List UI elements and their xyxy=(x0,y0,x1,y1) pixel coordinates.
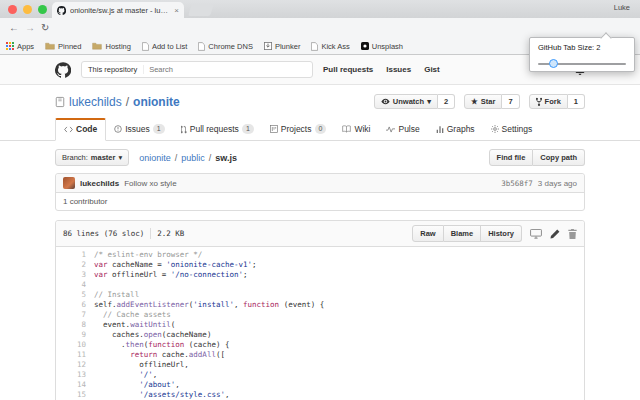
tab-count-badge: 1 xyxy=(242,124,254,134)
tab-size-slider[interactable] xyxy=(538,59,626,68)
close-window-button[interactable] xyxy=(8,5,17,14)
fork-button[interactable]: Fork xyxy=(529,94,568,109)
breadcrumb-public[interactable]: public xyxy=(181,153,205,163)
refresh-icon[interactable]: ↻ xyxy=(41,21,49,35)
copy-path-button[interactable]: Copy path xyxy=(533,149,585,166)
code-line: 11 return cache.addAll([ xyxy=(56,350,584,360)
window-titlebar: onionite/sw.js at master - lukec × Luke xyxy=(0,0,640,18)
download-box-icon xyxy=(264,42,272,50)
tab-issues[interactable]: Issues1 xyxy=(106,118,172,141)
header-link-gist[interactable]: Gist xyxy=(424,65,440,74)
code-token: cacheName = xyxy=(108,260,167,269)
pulse-icon xyxy=(386,126,395,133)
code-token: , xyxy=(153,370,158,379)
line-number[interactable]: 15 xyxy=(56,390,94,400)
line-number[interactable]: 12 xyxy=(56,360,94,370)
commit-author-link[interactable]: lukechilds xyxy=(80,179,119,188)
line-number[interactable]: 13 xyxy=(56,370,94,380)
apps-grid-icon xyxy=(6,42,14,50)
star-count[interactable]: 7 xyxy=(502,94,519,109)
github-search-box[interactable]: This repository xyxy=(81,61,313,78)
tab-settings[interactable]: Settings xyxy=(483,118,541,141)
fork-count[interactable]: 1 xyxy=(568,94,585,109)
zoom-window-button[interactable] xyxy=(38,5,47,14)
delete-trash-icon[interactable] xyxy=(568,229,577,239)
tab-pull-requests[interactable]: Pull requests1 xyxy=(173,118,262,141)
blame-button[interactable]: Blame xyxy=(444,225,482,242)
github-logo-icon[interactable] xyxy=(55,62,71,78)
line-number[interactable]: 6 xyxy=(56,300,94,310)
find-file-button[interactable]: Find file xyxy=(489,149,534,166)
tab-projects[interactable]: Projects0 xyxy=(262,118,335,141)
breadcrumb-separator: / xyxy=(209,153,212,163)
slider-handle[interactable] xyxy=(549,59,558,68)
line-number[interactable]: 4 xyxy=(56,280,94,290)
bookmark-label: Add to List xyxy=(152,42,187,51)
search-input[interactable] xyxy=(144,65,312,74)
bookmark-apps[interactable]: Apps xyxy=(6,42,34,51)
minimize-window-button[interactable] xyxy=(23,5,32,14)
bookmark-chrome-dns[interactable]: Chrome DNS xyxy=(198,42,253,51)
avatar[interactable] xyxy=(63,177,75,189)
bookmark-kick-ass[interactable]: Kick Ass xyxy=(311,42,349,51)
line-number[interactable]: 5 xyxy=(56,290,94,300)
forward-icon[interactable]: → xyxy=(25,21,35,35)
chrome-profile-name[interactable]: Luke xyxy=(614,3,630,12)
code-token xyxy=(94,380,139,389)
tab-close-icon[interactable]: × xyxy=(174,6,179,15)
commit-message-link[interactable]: Follow xo style xyxy=(124,179,176,188)
commit-box: lukechilds Follow xo style 3b568f7 3 day… xyxy=(55,173,585,211)
line-number[interactable]: 9 xyxy=(56,330,94,340)
tab-count-badge: 1 xyxy=(153,124,165,134)
commit-sha-link[interactable]: 3b568f7 xyxy=(501,179,533,188)
header-link-pull-requests[interactable]: Pull requests xyxy=(323,65,373,74)
tab-wiki[interactable]: Wiki xyxy=(334,118,378,141)
back-icon[interactable]: ← xyxy=(9,21,19,35)
repo-owner-link[interactable]: lukechilds xyxy=(69,95,122,109)
tab-code[interactable]: Code xyxy=(55,118,106,141)
code-token: cache. xyxy=(157,350,189,359)
code-token: function xyxy=(243,300,279,309)
line-number[interactable]: 1 xyxy=(56,250,94,260)
unwatch-button[interactable]: Unwatch▾ xyxy=(374,94,438,109)
bookmark-pinned[interactable]: Pinned xyxy=(45,42,81,51)
tab-graphs[interactable]: Graphs xyxy=(428,118,483,141)
code-line: 8 event.waitUntil( xyxy=(56,320,584,330)
line-number[interactable]: 10 xyxy=(56,340,94,350)
code-token: function xyxy=(148,340,184,349)
edit-pencil-icon[interactable] xyxy=(550,229,560,239)
branch-selector-button[interactable]: Branch: master ▾ xyxy=(55,149,129,166)
tab-pulse[interactable]: Pulse xyxy=(378,118,427,141)
tab-label: Pulse xyxy=(398,124,419,134)
line-number[interactable]: 2 xyxy=(56,260,94,270)
star-button[interactable]: ★Star xyxy=(464,94,502,109)
open-desktop-icon[interactable] xyxy=(530,229,542,239)
line-number[interactable]: 11 xyxy=(56,350,94,360)
tab-label: Issues xyxy=(125,124,150,134)
star-label: Star xyxy=(481,97,496,106)
code-token: event. xyxy=(94,320,130,329)
code-token: '/no-connection' xyxy=(171,270,243,279)
code-token: var xyxy=(94,260,108,269)
new-tab-button[interactable] xyxy=(188,4,214,16)
history-button[interactable]: History xyxy=(481,225,522,242)
contributors-row[interactable]: 1 contributor xyxy=(56,193,584,210)
folder-icon xyxy=(45,42,55,50)
unwatch-count[interactable]: 2 xyxy=(438,94,455,109)
browser-tab[interactable]: onionite/sw.js at master - lukec × xyxy=(52,2,184,18)
raw-button[interactable]: Raw xyxy=(412,225,443,242)
line-number[interactable]: 7 xyxy=(56,310,94,320)
gear-icon xyxy=(491,125,499,133)
header-link-issues[interactable]: Issues xyxy=(386,65,411,74)
code-text: '/assets/style.css', xyxy=(94,390,229,400)
repo-name-link[interactable]: onionite xyxy=(133,95,180,109)
bookmark-plunker[interactable]: Plunker xyxy=(264,42,300,51)
code-token: ( xyxy=(171,320,176,329)
bookmark-add-to-list[interactable]: Add to List xyxy=(142,42,187,51)
line-number[interactable]: 14 xyxy=(56,380,94,390)
breadcrumb-onionite[interactable]: onionite xyxy=(139,153,171,163)
bookmark-unsplash[interactable]: Unsplash xyxy=(361,42,403,51)
line-number[interactable]: 8 xyxy=(56,320,94,330)
line-number[interactable]: 3 xyxy=(56,270,94,280)
bookmark-hosting[interactable]: Hosting xyxy=(92,42,130,51)
